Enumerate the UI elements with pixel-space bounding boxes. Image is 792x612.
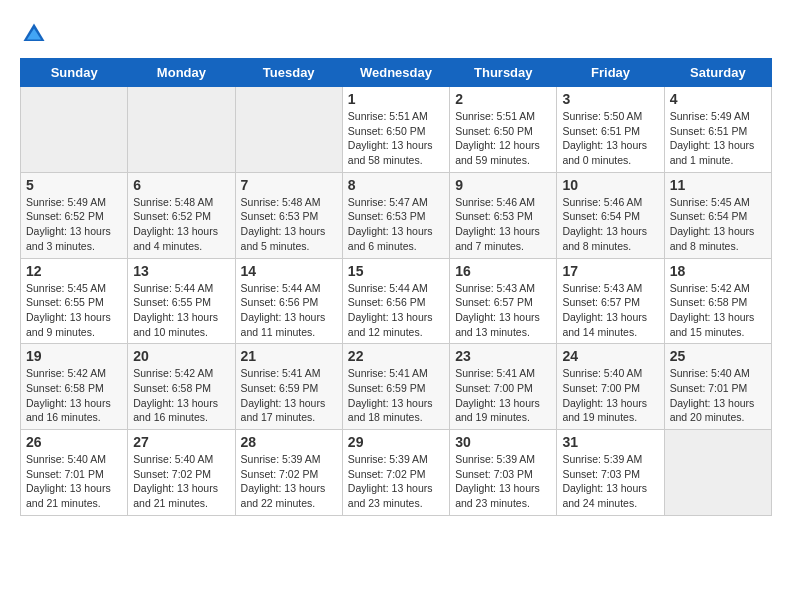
calendar-cell: 19Sunrise: 5:42 AMSunset: 6:58 PMDayligh… xyxy=(21,344,128,430)
calendar-cell: 27Sunrise: 5:40 AMSunset: 7:02 PMDayligh… xyxy=(128,430,235,516)
calendar-cell: 18Sunrise: 5:42 AMSunset: 6:58 PMDayligh… xyxy=(664,258,771,344)
day-detail: Sunrise: 5:41 AMSunset: 6:59 PMDaylight:… xyxy=(241,366,337,425)
calendar-cell: 22Sunrise: 5:41 AMSunset: 6:59 PMDayligh… xyxy=(342,344,449,430)
calendar-cell: 17Sunrise: 5:43 AMSunset: 6:57 PMDayligh… xyxy=(557,258,664,344)
day-number: 4 xyxy=(670,91,766,107)
calendar-week-5: 26Sunrise: 5:40 AMSunset: 7:01 PMDayligh… xyxy=(21,430,772,516)
calendar-cell: 4Sunrise: 5:49 AMSunset: 6:51 PMDaylight… xyxy=(664,87,771,173)
calendar-cell xyxy=(664,430,771,516)
day-number: 28 xyxy=(241,434,337,450)
calendar-cell xyxy=(235,87,342,173)
calendar-cell: 13Sunrise: 5:44 AMSunset: 6:55 PMDayligh… xyxy=(128,258,235,344)
page-header xyxy=(20,20,772,48)
day-detail: Sunrise: 5:44 AMSunset: 6:56 PMDaylight:… xyxy=(241,281,337,340)
day-detail: Sunrise: 5:49 AMSunset: 6:51 PMDaylight:… xyxy=(670,109,766,168)
day-number: 7 xyxy=(241,177,337,193)
calendar-cell: 26Sunrise: 5:40 AMSunset: 7:01 PMDayligh… xyxy=(21,430,128,516)
day-number: 10 xyxy=(562,177,658,193)
calendar-cell: 29Sunrise: 5:39 AMSunset: 7:02 PMDayligh… xyxy=(342,430,449,516)
day-detail: Sunrise: 5:42 AMSunset: 6:58 PMDaylight:… xyxy=(670,281,766,340)
day-number: 13 xyxy=(133,263,229,279)
day-detail: Sunrise: 5:48 AMSunset: 6:52 PMDaylight:… xyxy=(133,195,229,254)
calendar-week-3: 12Sunrise: 5:45 AMSunset: 6:55 PMDayligh… xyxy=(21,258,772,344)
day-detail: Sunrise: 5:51 AMSunset: 6:50 PMDaylight:… xyxy=(348,109,444,168)
day-number: 31 xyxy=(562,434,658,450)
day-detail: Sunrise: 5:43 AMSunset: 6:57 PMDaylight:… xyxy=(455,281,551,340)
day-detail: Sunrise: 5:46 AMSunset: 6:54 PMDaylight:… xyxy=(562,195,658,254)
calendar-cell xyxy=(21,87,128,173)
calendar-week-4: 19Sunrise: 5:42 AMSunset: 6:58 PMDayligh… xyxy=(21,344,772,430)
calendar-cell: 28Sunrise: 5:39 AMSunset: 7:02 PMDayligh… xyxy=(235,430,342,516)
calendar-body: 1Sunrise: 5:51 AMSunset: 6:50 PMDaylight… xyxy=(21,87,772,516)
day-detail: Sunrise: 5:39 AMSunset: 7:02 PMDaylight:… xyxy=(348,452,444,511)
day-detail: Sunrise: 5:42 AMSunset: 6:58 PMDaylight:… xyxy=(26,366,122,425)
day-number: 9 xyxy=(455,177,551,193)
day-detail: Sunrise: 5:45 AMSunset: 6:55 PMDaylight:… xyxy=(26,281,122,340)
day-number: 16 xyxy=(455,263,551,279)
day-detail: Sunrise: 5:40 AMSunset: 7:01 PMDaylight:… xyxy=(26,452,122,511)
calendar-cell: 20Sunrise: 5:42 AMSunset: 6:58 PMDayligh… xyxy=(128,344,235,430)
day-number: 2 xyxy=(455,91,551,107)
day-number: 20 xyxy=(133,348,229,364)
day-header-monday: Monday xyxy=(128,59,235,87)
day-detail: Sunrise: 5:44 AMSunset: 6:56 PMDaylight:… xyxy=(348,281,444,340)
day-number: 3 xyxy=(562,91,658,107)
day-number: 6 xyxy=(133,177,229,193)
day-detail: Sunrise: 5:40 AMSunset: 7:00 PMDaylight:… xyxy=(562,366,658,425)
day-number: 8 xyxy=(348,177,444,193)
day-detail: Sunrise: 5:49 AMSunset: 6:52 PMDaylight:… xyxy=(26,195,122,254)
day-detail: Sunrise: 5:39 AMSunset: 7:03 PMDaylight:… xyxy=(455,452,551,511)
day-number: 18 xyxy=(670,263,766,279)
day-detail: Sunrise: 5:40 AMSunset: 7:01 PMDaylight:… xyxy=(670,366,766,425)
calendar-cell: 21Sunrise: 5:41 AMSunset: 6:59 PMDayligh… xyxy=(235,344,342,430)
day-number: 21 xyxy=(241,348,337,364)
day-header-tuesday: Tuesday xyxy=(235,59,342,87)
day-number: 25 xyxy=(670,348,766,364)
day-header-sunday: Sunday xyxy=(21,59,128,87)
calendar-cell: 14Sunrise: 5:44 AMSunset: 6:56 PMDayligh… xyxy=(235,258,342,344)
calendar-cell: 25Sunrise: 5:40 AMSunset: 7:01 PMDayligh… xyxy=(664,344,771,430)
calendar-cell: 5Sunrise: 5:49 AMSunset: 6:52 PMDaylight… xyxy=(21,172,128,258)
day-number: 29 xyxy=(348,434,444,450)
calendar-cell: 10Sunrise: 5:46 AMSunset: 6:54 PMDayligh… xyxy=(557,172,664,258)
day-number: 26 xyxy=(26,434,122,450)
calendar-cell: 24Sunrise: 5:40 AMSunset: 7:00 PMDayligh… xyxy=(557,344,664,430)
day-number: 23 xyxy=(455,348,551,364)
day-detail: Sunrise: 5:40 AMSunset: 7:02 PMDaylight:… xyxy=(133,452,229,511)
day-number: 15 xyxy=(348,263,444,279)
calendar-cell: 11Sunrise: 5:45 AMSunset: 6:54 PMDayligh… xyxy=(664,172,771,258)
calendar-cell: 1Sunrise: 5:51 AMSunset: 6:50 PMDaylight… xyxy=(342,87,449,173)
calendar-cell: 16Sunrise: 5:43 AMSunset: 6:57 PMDayligh… xyxy=(450,258,557,344)
calendar-cell: 23Sunrise: 5:41 AMSunset: 7:00 PMDayligh… xyxy=(450,344,557,430)
day-number: 12 xyxy=(26,263,122,279)
day-header-friday: Friday xyxy=(557,59,664,87)
day-detail: Sunrise: 5:43 AMSunset: 6:57 PMDaylight:… xyxy=(562,281,658,340)
calendar-cell: 7Sunrise: 5:48 AMSunset: 6:53 PMDaylight… xyxy=(235,172,342,258)
calendar-cell: 31Sunrise: 5:39 AMSunset: 7:03 PMDayligh… xyxy=(557,430,664,516)
day-detail: Sunrise: 5:48 AMSunset: 6:53 PMDaylight:… xyxy=(241,195,337,254)
calendar-cell: 8Sunrise: 5:47 AMSunset: 6:53 PMDaylight… xyxy=(342,172,449,258)
logo-icon xyxy=(20,20,48,48)
day-number: 1 xyxy=(348,91,444,107)
day-number: 14 xyxy=(241,263,337,279)
calendar-cell: 3Sunrise: 5:50 AMSunset: 6:51 PMDaylight… xyxy=(557,87,664,173)
calendar-cell: 9Sunrise: 5:46 AMSunset: 6:53 PMDaylight… xyxy=(450,172,557,258)
day-detail: Sunrise: 5:44 AMSunset: 6:55 PMDaylight:… xyxy=(133,281,229,340)
day-detail: Sunrise: 5:46 AMSunset: 6:53 PMDaylight:… xyxy=(455,195,551,254)
logo xyxy=(20,20,52,48)
day-detail: Sunrise: 5:47 AMSunset: 6:53 PMDaylight:… xyxy=(348,195,444,254)
calendar-cell xyxy=(128,87,235,173)
calendar-table: SundayMondayTuesdayWednesdayThursdayFrid… xyxy=(20,58,772,516)
day-header-wednesday: Wednesday xyxy=(342,59,449,87)
day-number: 24 xyxy=(562,348,658,364)
calendar-cell: 6Sunrise: 5:48 AMSunset: 6:52 PMDaylight… xyxy=(128,172,235,258)
day-detail: Sunrise: 5:51 AMSunset: 6:50 PMDaylight:… xyxy=(455,109,551,168)
day-number: 11 xyxy=(670,177,766,193)
day-detail: Sunrise: 5:41 AMSunset: 7:00 PMDaylight:… xyxy=(455,366,551,425)
day-number: 5 xyxy=(26,177,122,193)
day-header-saturday: Saturday xyxy=(664,59,771,87)
day-number: 27 xyxy=(133,434,229,450)
day-detail: Sunrise: 5:41 AMSunset: 6:59 PMDaylight:… xyxy=(348,366,444,425)
calendar-cell: 2Sunrise: 5:51 AMSunset: 6:50 PMDaylight… xyxy=(450,87,557,173)
day-detail: Sunrise: 5:50 AMSunset: 6:51 PMDaylight:… xyxy=(562,109,658,168)
